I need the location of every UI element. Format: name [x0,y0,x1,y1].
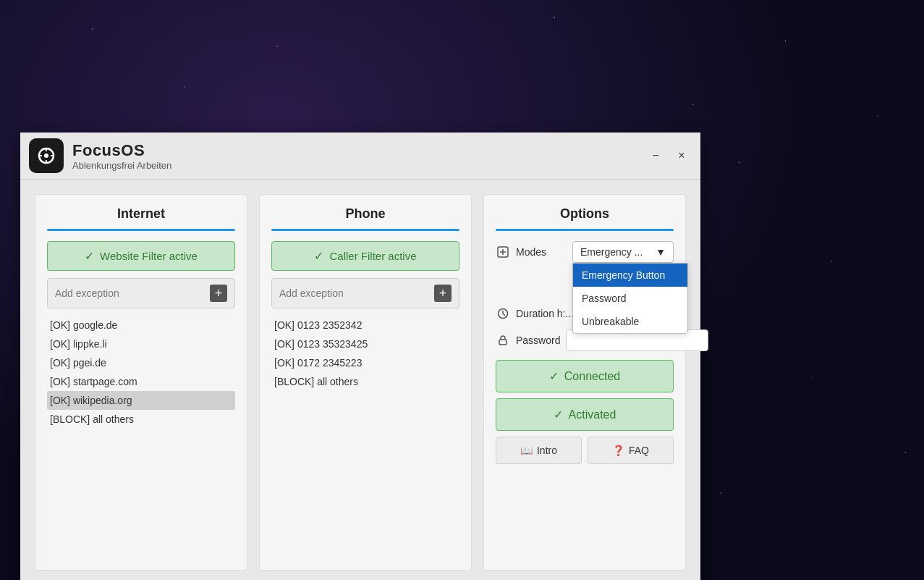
list-item-selected[interactable]: [OK] wikipedia.org [47,391,235,410]
connected-button[interactable]: ✓ Connected [496,360,674,392]
duration-icon [496,306,510,321]
list-item[interactable]: [BLOCK] all others [271,372,459,391]
phone-add-exception-text: Add exception [279,287,344,299]
activated-label: Activated [569,408,616,421]
options-panel-divider [496,229,674,231]
website-filter-label: Website Filter active [100,250,198,262]
list-item[interactable]: [OK] 0123 35323425 [271,335,459,353]
window-controls: − × [645,146,692,166]
check-icon: ✓ [85,249,94,263]
internet-panel: Internet ✓ Website Filter active Add exc… [35,194,247,571]
options-panel-title: Options [496,206,674,222]
modes-dropdown-menu: Emergency Button Password Unbreakable [572,263,688,334]
caller-filter-button[interactable]: ✓ Caller Filter active [271,241,459,271]
list-item[interactable]: [BLOCK] all others [47,410,235,429]
internet-panel-divider [47,229,235,231]
faq-button[interactable]: ❓ FAQ [588,437,674,464]
question-icon: ❓ [612,445,624,456]
check-icon: ✓ [549,369,559,383]
list-item[interactable]: [OK] 0172 2345223 [271,353,459,372]
svg-point-2 [44,154,48,158]
list-item[interactable]: [OK] google.de [47,316,235,335]
modes-dropdown-value: Emergency ... [580,246,643,258]
internet-add-exception-row: Add exception + [47,278,235,308]
close-button[interactable]: × [671,146,692,166]
dropdown-item-unbreakable[interactable]: Unbreakable [573,310,687,333]
minimize-button[interactable]: − [645,146,666,166]
lock-icon [496,333,510,348]
app-logo [29,138,64,173]
intro-label: Intro [537,445,557,456]
app-window: FocusOS Ablenkungsfrei Arbeiten − × Inte… [20,133,700,580]
dropdown-item-emergency-button[interactable]: Emergency Button [573,264,687,287]
dropdown-item-password[interactable]: Password [573,287,687,310]
faq-label: FAQ [629,445,649,456]
list-item[interactable]: [OK] lippke.li [47,335,235,353]
chevron-down-icon: ▼ [656,246,666,258]
app-subtitle: Ablenkungsfrei Arbeiten [72,160,645,171]
phone-list: [OK] 0123 2352342 [OK] 0123 35323425 [OK… [271,316,459,391]
main-content: Internet ✓ Website Filter active Add exc… [20,180,700,580]
modes-dropdown-trigger[interactable]: Emergency ... ▼ [572,241,674,263]
list-item[interactable]: [OK] 0123 2352342 [271,316,459,335]
modes-icon [496,245,510,259]
phone-add-exception-row: Add exception + [271,278,459,308]
connected-label: Connected [564,370,620,383]
list-item[interactable]: [OK] pgei.de [47,353,235,372]
activated-button[interactable]: ✓ Activated [496,398,674,431]
phone-add-exception-button[interactable]: + [434,285,452,302]
bottom-btn-row: 📖 Intro ❓ FAQ [496,437,674,464]
modes-row: Modes Emergency ... ▼ Emergency Button P… [496,241,674,263]
options-panel: Options Modes Emergency ... ▼ [483,194,686,571]
svg-rect-9 [499,340,506,345]
internet-add-exception-text: Add exception [55,287,119,299]
modes-label: Modes [516,246,567,258]
check-icon: ✓ [314,249,323,263]
title-bar: FocusOS Ablenkungsfrei Arbeiten − × [20,133,700,180]
internet-list: [OK] google.de [OK] lippke.li [OK] pgei.… [47,316,235,429]
phone-panel: Phone ✓ Caller Filter active Add excepti… [259,194,472,571]
list-item[interactable]: [OK] startpage.com [47,372,235,391]
modes-dropdown-container: Emergency ... ▼ Emergency Button Passwor… [572,241,674,263]
phone-panel-title: Phone [271,206,459,222]
internet-panel-title: Internet [47,206,235,222]
app-title-block: FocusOS Ablenkungsfrei Arbeiten [72,141,645,171]
phone-panel-divider [271,229,459,231]
intro-button[interactable]: 📖 Intro [496,437,582,464]
password-label: Password [516,335,560,346]
book-icon: 📖 [520,445,533,456]
check-icon: ✓ [554,408,563,421]
app-name: FocusOS [72,141,645,160]
website-filter-button[interactable]: ✓ Website Filter active [47,241,235,271]
internet-add-exception-button[interactable]: + [210,285,227,302]
caller-filter-label: Caller Filter active [329,250,416,262]
